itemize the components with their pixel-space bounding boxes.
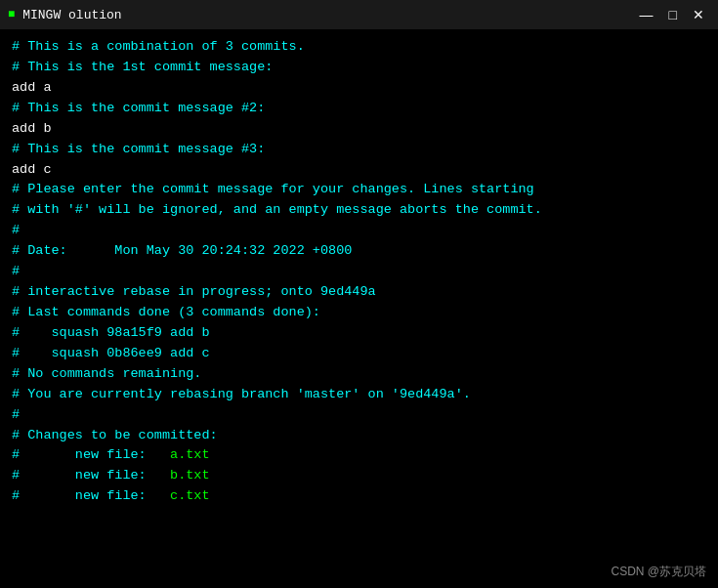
window-controls: — □ ✕ — [634, 8, 710, 21]
terminal-line: # new file: a.txt — [12, 445, 706, 466]
terminal-icon: ■ — [8, 8, 15, 21]
terminal-line: # This is a combination of 3 commits. — [12, 37, 706, 58]
terminal-line: # Changes to be committed: — [12, 426, 706, 446]
terminal-line: # Please enter the commit message for yo… — [12, 180, 706, 200]
terminal-line: # — [12, 405, 706, 426]
watermark: CSDN @苏克贝塔 — [611, 564, 706, 580]
terminal-line: # — [12, 262, 706, 282]
terminal-line: add a — [12, 78, 706, 99]
terminal-line: # Date: Mon May 30 20:24:32 2022 +0800 — [12, 241, 706, 262]
terminal-output: # This is a combination of 3 commits.# T… — [0, 29, 718, 588]
close-button[interactable]: ✕ — [687, 8, 710, 21]
terminal-line: # squash 0b86ee9 add c — [12, 344, 706, 364]
terminal-line: # This is the commit message #3: — [12, 140, 706, 160]
title-mingw: MINGW — [22, 8, 61, 22]
maximize-button[interactable]: □ — [663, 8, 683, 21]
terminal-line: # squash 98a15f9 add b — [12, 323, 706, 344]
terminal-line: add c — [12, 160, 706, 181]
terminal-line: # — [12, 221, 706, 241]
title-bar: ■ MINGW olution — □ ✕ — [0, 0, 718, 29]
title-bar-left: ■ MINGW olution — [8, 8, 122, 22]
terminal-line: # Last commands done (3 commands done): — [12, 303, 706, 323]
terminal-line: # No commands remaining. — [12, 364, 706, 385]
terminal-line: # This is the 1st commit message: — [12, 58, 706, 78]
terminal-line: # This is the commit message #2: — [12, 99, 706, 119]
terminal-line: # interactive rebase in progress; onto 9… — [12, 282, 706, 303]
title-rest: olution — [68, 8, 122, 22]
terminal-line: add b — [12, 119, 706, 140]
terminal-line: # with '#' will be ignored, and an empty… — [12, 200, 706, 221]
terminal-line: # new file: b.txt — [12, 466, 706, 486]
title-bar-text: MINGW olution — [22, 8, 121, 22]
terminal-line: # You are currently rebasing branch 'mas… — [12, 385, 706, 405]
minimize-button[interactable]: — — [634, 8, 659, 21]
terminal-line: # new file: c.txt — [12, 486, 706, 507]
